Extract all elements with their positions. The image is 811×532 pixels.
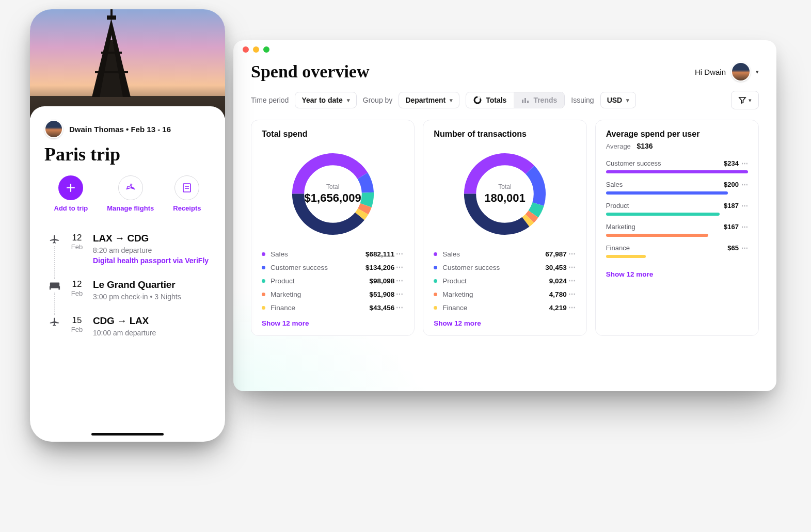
home-indicator (91, 433, 164, 436)
itinerary-link[interactable]: Digital health passport via VeriFly (93, 256, 209, 265)
card-title: Average spend per user (606, 130, 748, 139)
legend-dot-icon (434, 252, 437, 256)
time-period-label: Time period (251, 96, 289, 104)
show-more-link[interactable]: Show 12 more (606, 270, 748, 278)
svg-rect-12 (524, 98, 526, 103)
trends-tab[interactable]: Trends (514, 92, 564, 108)
row-menu-icon[interactable]: ⋯ (567, 263, 576, 271)
filter-button[interactable]: ▾ (731, 91, 759, 109)
bar-row: Sales $200 ⋯ (606, 181, 748, 195)
legend-name: Marketing (271, 291, 301, 298)
legend-row: Customer success $134,206 ⋯ (262, 261, 404, 274)
filter-bar: Time period Year to date▾ Group by Depar… (251, 91, 759, 109)
time-period-select[interactable]: Year to date▾ (295, 92, 356, 108)
plane-icon (49, 233, 61, 245)
itinerary-item[interactable]: 12Feb LAX → CDG 8:20 am departure Digita… (49, 225, 211, 272)
totals-tab[interactable]: Totals (466, 92, 514, 108)
show-more-link[interactable]: Show 12 more (434, 319, 576, 327)
issuing-label: Issuing (571, 96, 594, 104)
legend-name: Sales (271, 250, 288, 258)
zoom-dot-icon[interactable] (263, 46, 269, 53)
legend-row: Marketing $51,908 ⋯ (262, 287, 404, 301)
trip-card: Dwain Thomas • Feb 13 - 16 Paris trip Ad… (30, 106, 225, 344)
row-menu-icon[interactable]: ⋯ (394, 277, 404, 285)
itinerary-item[interactable]: 15Feb CDG → LAX 10:00 am departure (49, 308, 211, 344)
user-menu[interactable]: Hi Dwain ▾ (695, 62, 759, 82)
row-menu-icon[interactable]: ⋯ (567, 250, 576, 258)
row-menu-icon[interactable]: ⋯ (567, 277, 576, 285)
legend-dot-icon (262, 266, 265, 269)
donut-icon (473, 96, 482, 104)
legend-name: Product (271, 277, 295, 285)
total-spend-donut: Total $1,656,009 (287, 148, 379, 240)
svg-rect-6 (50, 283, 59, 287)
receipts-button[interactable]: Receipts (173, 175, 201, 212)
legend-name: Finance (271, 304, 295, 312)
bar-row: Customer success $234 ⋯ (606, 159, 748, 173)
trip-title: Paris trip (44, 143, 211, 165)
transactions-card: Number of transactions Total 180,001 Sal… (423, 120, 586, 336)
bar-value: $234 (724, 159, 739, 167)
row-menu-icon[interactable]: ⋯ (394, 263, 404, 271)
plus-icon (58, 175, 83, 200)
close-dot-icon[interactable] (243, 46, 249, 53)
row-menu-icon[interactable]: ⋯ (567, 290, 576, 298)
row-menu-icon[interactable]: ⋯ (567, 303, 576, 312)
legend-value: 4,780 (549, 291, 567, 298)
chevron-down-icon: ▾ (626, 97, 629, 104)
legend-name: Product (442, 277, 467, 285)
legend-value: 9,024 (549, 277, 567, 285)
receipt-icon (174, 175, 199, 200)
row-menu-icon[interactable]: ⋯ (739, 223, 748, 231)
legend-row: Product $98,098 ⋯ (262, 274, 404, 287)
itinerary-title: LAX → CDG (93, 233, 209, 244)
minimize-dot-icon[interactable] (253, 46, 259, 53)
row-menu-icon[interactable]: ⋯ (739, 244, 748, 252)
row-menu-icon[interactable]: ⋯ (394, 303, 404, 312)
card-title: Number of transactions (434, 130, 576, 139)
issuing-select[interactable]: USD▾ (600, 92, 637, 108)
group-by-select[interactable]: Department▾ (399, 92, 459, 108)
svg-rect-9 (58, 288, 60, 290)
svg-rect-4 (101, 52, 122, 54)
legend: Sales 67,987 ⋯ Customer success 30,453 ⋯… (434, 247, 576, 314)
legend-row: Customer success 30,453 ⋯ (434, 261, 576, 274)
bar-name: Finance (606, 244, 630, 252)
bar-name: Sales (606, 181, 623, 188)
legend-row: Product 9,024 ⋯ (434, 274, 576, 287)
row-menu-icon[interactable]: ⋯ (739, 202, 748, 209)
svg-rect-3 (95, 71, 128, 73)
row-menu-icon[interactable]: ⋯ (739, 181, 748, 188)
itinerary-subtitle: 8:20 am departure (93, 246, 209, 254)
manage-flights-button[interactable]: Manage flights (107, 175, 154, 212)
legend-row: Sales 67,987 ⋯ (434, 247, 576, 261)
legend: Sales $682,111 ⋯ Customer success $134,2… (262, 247, 404, 314)
legend-dot-icon (434, 279, 437, 283)
itinerary-item[interactable]: 12Feb Le Grand Quartier 3:00 pm check-in… (49, 272, 211, 308)
svg-rect-2 (110, 9, 113, 17)
add-to-trip-button[interactable]: Add to trip (54, 175, 88, 212)
window-traffic-lights (233, 40, 776, 59)
legend-row: Sales $682,111 ⋯ (262, 247, 404, 261)
bar-value: $200 (724, 181, 739, 188)
avg-bars: Customer success $234 ⋯ Sales $200 ⋯ Pro… (606, 159, 748, 265)
svg-rect-5 (183, 184, 190, 192)
row-menu-icon[interactable]: ⋯ (394, 250, 404, 258)
avg-spend-card: Average spend per user Average $136 Cust… (595, 120, 759, 336)
legend-dot-icon (434, 306, 437, 310)
view-toggle: Totals Trends (466, 92, 565, 108)
legend-value: $43,456 (370, 304, 395, 312)
itinerary-list: 12Feb LAX → CDG 8:20 am departure Digita… (44, 225, 211, 344)
itinerary-subtitle: 3:00 pm check-in • 3 Nights (93, 293, 181, 301)
row-menu-icon[interactable]: ⋯ (394, 290, 404, 298)
user-avatar (731, 62, 751, 82)
chevron-down-icon: ▾ (347, 97, 350, 104)
page-title: Spend overview (251, 62, 370, 82)
plane-icon (118, 175, 143, 200)
average-subtitle: Average $136 (606, 142, 748, 150)
legend-value: $682,111 (365, 250, 394, 258)
show-more-link[interactable]: Show 12 more (262, 319, 404, 327)
row-menu-icon[interactable]: ⋯ (739, 159, 748, 167)
group-by-label: Group by (363, 96, 393, 104)
dashboard-window: Spend overview Hi Dwain ▾ Time period Ye… (233, 40, 776, 391)
